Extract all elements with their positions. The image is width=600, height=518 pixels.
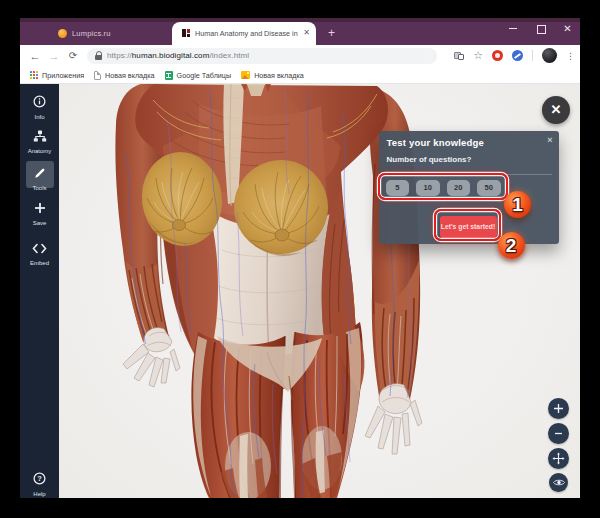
toolbar-separator xyxy=(532,50,533,61)
pencil-icon xyxy=(34,167,46,179)
eye-icon xyxy=(553,478,565,487)
annotation-badge-1: 1 xyxy=(504,191,531,218)
plus-icon xyxy=(553,403,564,414)
grid-dot xyxy=(33,77,35,79)
bookmark-label: Google Таблицы xyxy=(177,71,232,80)
minimize-icon[interactable] xyxy=(509,24,518,33)
address-bar[interactable]: https://human.biodigital.com/index.html xyxy=(87,48,437,64)
anatomy-viewport[interactable]: ✕ xyxy=(59,84,580,498)
maximize-icon[interactable] xyxy=(536,24,545,33)
quiz-panel-close-icon[interactable]: × xyxy=(547,135,552,145)
sidebar-item-label: Embed xyxy=(20,260,59,266)
browser-window: Lumpics.ru ✕ Human Anatomy and Disease i… xyxy=(20,18,580,498)
question-count-label: Number of questions? xyxy=(387,155,472,164)
image-icon xyxy=(241,71,250,79)
page-action-icon[interactable] xyxy=(454,51,464,60)
profile-avatar[interactable] xyxy=(542,48,557,63)
bookmark-label: Новая вкладка xyxy=(105,71,155,80)
pan-button[interactable] xyxy=(548,448,569,469)
tab-strip: Lumpics.ru ✕ Human Anatomy and Disease i… xyxy=(20,18,580,45)
bookmark-item[interactable]: Новая вкладка xyxy=(241,71,304,80)
sidebar-item-label: Info xyxy=(20,114,59,120)
grid-dot xyxy=(36,74,38,76)
reload-icon[interactable]: ⟳ xyxy=(66,50,80,61)
extension-blue-icon[interactable] xyxy=(512,50,523,61)
minus-icon xyxy=(553,428,564,439)
url-host: human.biodigital.com xyxy=(132,51,210,60)
annotation-badge-2: 2 xyxy=(498,232,525,259)
url-path: /index.html xyxy=(209,51,249,60)
grid-dot xyxy=(33,71,35,73)
grid-dot xyxy=(30,77,32,79)
lumpics-favicon xyxy=(58,29,67,38)
bookmarks-bar: Приложения Новая вкладка Google Таблицы … xyxy=(20,67,580,84)
zoom-out-button[interactable] xyxy=(548,423,569,444)
sidebar-item-label: Anatomy xyxy=(20,148,59,154)
zoom-in-button[interactable] xyxy=(548,398,569,419)
bookmark-star-icon[interactable]: ☆ xyxy=(473,50,483,61)
lock-icon[interactable] xyxy=(95,51,102,60)
grid-dot xyxy=(36,77,38,79)
favicon-part xyxy=(187,29,191,33)
sidebar-item-help[interactable]: ? Help xyxy=(20,471,59,497)
annotation-highlight-start xyxy=(434,209,501,241)
tab-biodigital[interactable]: Human Anatomy and Disease in ✕ xyxy=(172,22,316,45)
grid-dot xyxy=(36,71,38,73)
tab-title: Human Anatomy and Disease in xyxy=(195,29,299,38)
screenshot-stage: Lumpics.ru ✕ Human Anatomy and Disease i… xyxy=(0,0,600,518)
sidebar-item-anatomy[interactable]: Anatomy xyxy=(20,128,59,154)
grid-dot xyxy=(30,74,32,76)
sidebar-item-embed[interactable]: Embed xyxy=(20,240,59,266)
pan-arrows-icon xyxy=(552,452,565,465)
app-sidebar: Info Anatomy Tools xyxy=(20,84,59,498)
window-close-icon[interactable]: ✕ xyxy=(563,24,572,33)
new-tab-button[interactable]: + xyxy=(325,27,338,40)
url-text: https://human.biodigital.com/index.html xyxy=(107,51,249,60)
apps-shortcut[interactable]: Приложения xyxy=(30,71,84,80)
menu-kebab-icon[interactable]: ⋮ xyxy=(566,54,572,58)
sidebar-item-info[interactable]: Info xyxy=(20,94,59,120)
favicon-part xyxy=(182,29,186,37)
page-icon xyxy=(94,71,101,80)
back-icon[interactable]: ← xyxy=(28,50,42,62)
quiz-panel-title: Test your knowledge xyxy=(387,137,485,148)
sidebar-item-label: Help xyxy=(20,491,59,497)
app-content: Info Anatomy Tools xyxy=(20,84,580,498)
svg-text:?: ? xyxy=(37,474,42,483)
sidebar-item-label: Tools xyxy=(20,185,59,191)
question-icon: ? xyxy=(33,472,46,485)
annotation-highlight-options xyxy=(378,173,508,200)
forward-icon[interactable]: → xyxy=(47,50,61,62)
apps-grid-icon xyxy=(30,71,38,79)
bookmark-label: Новая вкладка xyxy=(254,71,304,80)
extension-red-icon[interactable] xyxy=(492,50,503,61)
grid-dot xyxy=(33,74,35,76)
sidebar-item-label: Save xyxy=(20,220,59,226)
icon-part xyxy=(458,54,464,60)
reset-view-button[interactable] xyxy=(549,473,568,492)
google-sheets-icon xyxy=(165,71,173,80)
favicon-part xyxy=(187,34,191,38)
code-brackets-icon xyxy=(32,243,47,254)
toolbar-right-icons: ☆ ⋮ xyxy=(454,45,580,68)
tab-close-icon[interactable]: ✕ xyxy=(303,29,310,37)
tab-lumpics[interactable]: Lumpics.ru ✕ xyxy=(48,22,192,45)
tab-title: Lumpics.ru xyxy=(72,29,175,38)
info-icon xyxy=(33,95,46,108)
anatomy-icon xyxy=(33,130,47,142)
plus-icon xyxy=(34,202,46,214)
bookmark-item[interactable]: Google Таблицы xyxy=(165,71,232,80)
sidebar-item-save[interactable]: Save xyxy=(20,200,59,226)
bookmark-item[interactable]: Новая вкладка xyxy=(94,71,155,80)
biodigital-favicon xyxy=(182,29,190,37)
sidebar-item-tools[interactable]: Tools xyxy=(20,165,59,191)
grid-dot xyxy=(30,71,32,73)
url-scheme: https:// xyxy=(107,51,132,60)
bookmark-label: Приложения xyxy=(42,71,84,80)
browser-toolbar: ← → ⟳ https://human.biodigital.com/index… xyxy=(20,45,580,68)
viewer-close-button[interactable]: ✕ xyxy=(542,96,570,124)
window-controls: ✕ xyxy=(509,21,572,35)
